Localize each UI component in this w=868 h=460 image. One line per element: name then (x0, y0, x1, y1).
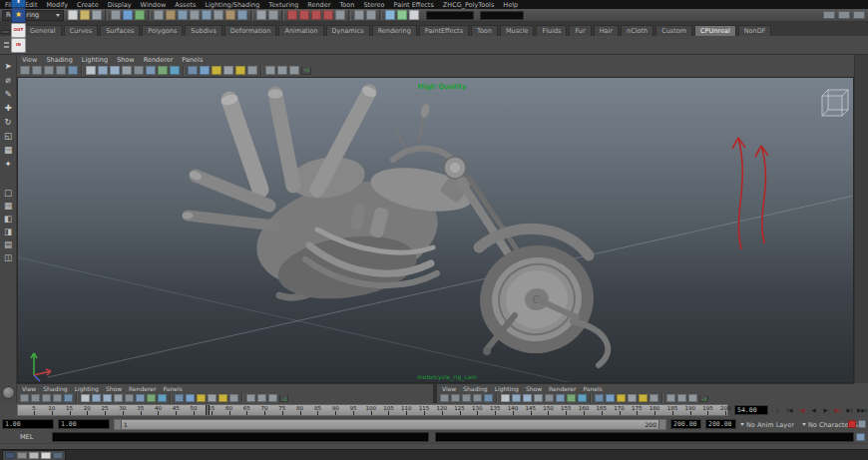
bookmark-icon[interactable] (56, 66, 66, 75)
shadows-icon[interactable] (218, 394, 227, 402)
default-light-icon[interactable] (197, 394, 206, 402)
no-lights-icon[interactable] (223, 66, 233, 75)
textured-icon[interactable] (147, 394, 156, 402)
step-forward-key-button[interactable]: ▶| (832, 404, 843, 416)
range-slider-bar[interactable]: 1 200 (114, 419, 666, 430)
menu-assets[interactable]: Assets (175, 1, 196, 9)
menu-toon[interactable]: Toon (339, 1, 354, 9)
play-backwards-button[interactable]: ◀ (808, 404, 819, 416)
wireframe-icon[interactable] (81, 394, 90, 402)
default-light-icon[interactable] (617, 394, 626, 402)
menu-create[interactable]: Create (77, 1, 99, 9)
viewport-menu-renderer[interactable]: Renderer (144, 56, 174, 64)
shelf-tab-general[interactable]: General (24, 25, 62, 36)
lock-camera-icon[interactable] (31, 394, 40, 402)
greasepencil-icon[interactable]: ◅ (301, 66, 311, 75)
select-component-icon[interactable] (135, 10, 145, 20)
shelf-tab-toon[interactable]: Toon (471, 25, 498, 36)
construction-history-icon[interactable] (366, 10, 376, 20)
playback-end-field[interactable] (670, 419, 701, 429)
lasso-select-tool[interactable]: ⌀ (2, 74, 15, 87)
snap-grid-icon[interactable] (287, 10, 297, 20)
resolution-gate-icon[interactable] (688, 394, 697, 402)
shelf-menu-icon[interactable] (1, 30, 10, 34)
shade-wireframe-icon[interactable] (523, 394, 532, 402)
range-start-handle[interactable] (115, 420, 122, 429)
mask-handles-icon[interactable] (154, 10, 164, 20)
textured-icon[interactable] (567, 394, 576, 402)
playback-start-field[interactable] (58, 419, 110, 429)
taskbar-app-1[interactable] (5, 452, 15, 459)
camera-attributes-icon[interactable] (462, 394, 471, 402)
field-chart-icon[interactable] (257, 394, 266, 402)
auto-keyframe-icon[interactable] (848, 420, 856, 428)
command-result[interactable] (435, 432, 854, 442)
shelf-tab-nondf[interactable]: NonDF (738, 25, 772, 36)
viewport-menu-view[interactable]: View (22, 56, 37, 64)
viewport-menu-shading[interactable]: Shading (46, 56, 72, 64)
make-live-icon[interactable] (335, 10, 345, 20)
universal-manipulator-tool[interactable]: ▦ (2, 144, 15, 157)
shelf-tab-custom[interactable]: Custom (655, 25, 692, 36)
lock-camera-icon[interactable] (32, 66, 42, 75)
use-default-material-icon[interactable] (188, 66, 198, 75)
scale-tool[interactable]: ◱ (2, 130, 15, 143)
step-back-key-button[interactable]: |◀ (796, 404, 807, 416)
attribute-editor-toggle[interactable] (823, 11, 835, 19)
flat-shade-icon[interactable] (114, 394, 123, 402)
points-display-icon[interactable] (146, 66, 156, 75)
shelf-tab-fluids[interactable]: Fluids (536, 25, 567, 36)
no-lights-icon[interactable] (208, 394, 217, 402)
high-quality-icon[interactable] (578, 394, 587, 402)
status-field-2[interactable] (480, 11, 524, 20)
snap-curve-icon[interactable] (299, 10, 309, 20)
ipr-render-icon[interactable] (397, 10, 407, 20)
save-scene-icon[interactable] (92, 10, 102, 20)
isolate-select-icon[interactable] (666, 394, 675, 402)
bottom-right-menu-panels[interactable]: Panels (583, 385, 602, 392)
shelf-tab-deformation[interactable]: Deformation (224, 25, 277, 36)
points-display-icon[interactable] (136, 394, 145, 402)
lock-camera-icon[interactable] (451, 394, 460, 402)
shelf-tab-surfaces[interactable]: Surfaces (100, 25, 140, 36)
shelf-tab-fur[interactable]: Fur (569, 25, 591, 36)
image-plane-icon[interactable] (484, 394, 493, 402)
layout-hypershade-button[interactable]: ▤ (2, 239, 15, 250)
mask-joints-icon[interactable] (166, 10, 176, 20)
isolate-select-icon[interactable] (265, 66, 275, 75)
snap-view-plane-icon[interactable] (323, 10, 333, 20)
menu-paint-effects[interactable]: Paint Effects (394, 1, 434, 9)
menu-display[interactable]: Display (108, 1, 132, 9)
bottom-right-menu-view[interactable]: View (442, 385, 456, 392)
render-current-frame-icon[interactable] (385, 10, 395, 20)
viewport-menu-panels[interactable]: Panels (182, 56, 203, 64)
all-lights-icon[interactable] (606, 394, 615, 402)
taskbar-app-3[interactable] (29, 452, 39, 459)
status-field-1[interactable] (426, 11, 474, 20)
input-connections-icon[interactable] (354, 10, 364, 20)
menu-lighting-shading[interactable]: Lighting/Shading (205, 1, 259, 9)
shelf-tab-rendering[interactable]: Rendering (372, 25, 417, 36)
go-to-start-button[interactable]: |◀◀ (771, 404, 783, 416)
high-quality-icon[interactable] (170, 66, 180, 75)
wireframe-icon[interactable] (86, 66, 96, 75)
open-scene-icon[interactable] (80, 10, 90, 20)
layout-four-pane-button[interactable]: ▦ (2, 201, 15, 212)
high-quality-icon[interactable] (158, 394, 167, 402)
greasepencil-icon[interactable]: ◅ (279, 394, 288, 402)
wireframe-icon[interactable] (501, 394, 510, 402)
select-camera-icon[interactable] (20, 394, 29, 402)
layout-persp-uv-button[interactable]: ◫ (2, 252, 15, 263)
shelf-tab-animation[interactable]: Animation (278, 25, 323, 36)
bottom-right-menu-show[interactable]: Show (526, 385, 542, 392)
menu-zhcg-polytools[interactable]: ZHCG_PolyTools (443, 1, 495, 9)
select-tool[interactable]: ➤ (2, 60, 15, 73)
shelf-tab-ncloth[interactable]: nCloth (621, 25, 653, 36)
select-camera-icon[interactable] (440, 394, 449, 402)
go-to-end-button[interactable]: ▶▶| (856, 404, 868, 416)
step-back-frame-button[interactable]: |◀ (784, 404, 795, 416)
shadows-icon[interactable] (639, 394, 648, 402)
shelf-scroll-icon[interactable] (2, 38, 10, 52)
textures-icon[interactable] (229, 394, 238, 402)
bottom-left-menu-view[interactable]: View (22, 385, 36, 392)
